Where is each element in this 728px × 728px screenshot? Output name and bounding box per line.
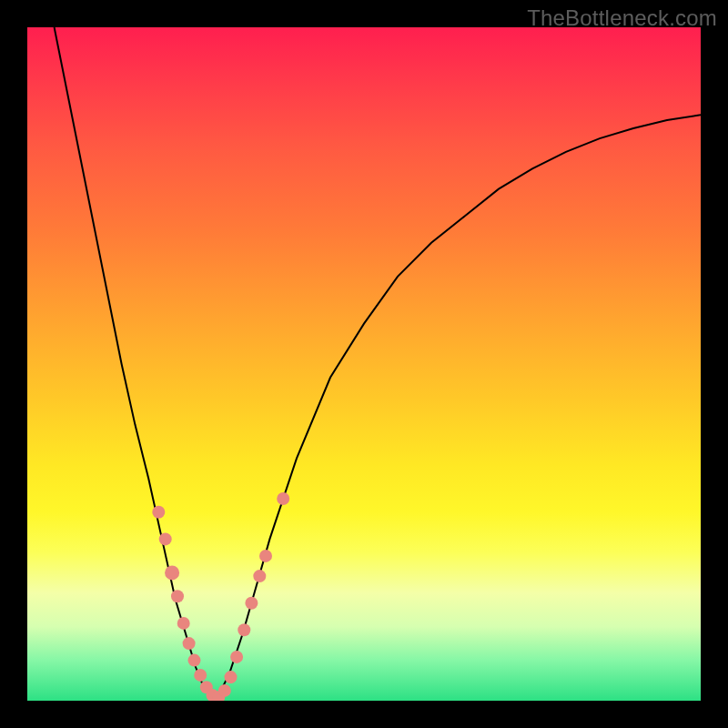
curve-right-branch	[216, 115, 701, 701]
data-marker	[225, 671, 238, 683]
chart-svg	[27, 27, 701, 701]
data-marker	[277, 492, 289, 505]
data-marker	[171, 590, 184, 602]
data-marker	[218, 684, 231, 697]
data-markers	[152, 492, 289, 701]
data-marker	[165, 565, 179, 580]
data-marker	[183, 637, 196, 650]
data-marker	[152, 506, 165, 519]
data-marker	[159, 532, 172, 545]
curve-left-branch	[55, 27, 217, 701]
data-marker	[245, 597, 258, 610]
data-marker	[253, 570, 266, 582]
data-marker	[238, 623, 250, 636]
chart-frame	[27, 27, 701, 701]
watermark-text: TheBottleneck.com	[527, 5, 717, 31]
data-marker	[194, 669, 207, 682]
data-marker	[259, 550, 272, 562]
data-marker	[230, 651, 243, 663]
data-marker	[188, 654, 201, 667]
data-marker	[177, 617, 190, 630]
